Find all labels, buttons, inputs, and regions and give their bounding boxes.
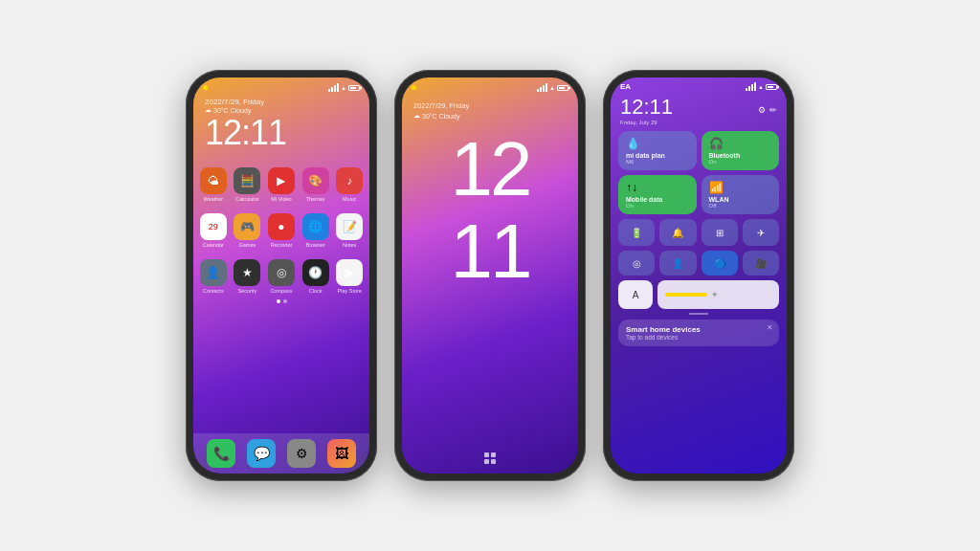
phone1-clock-area: 2022/7/29, Friday ☁ 30°C Cloudy 12:11 [193,94,369,160]
app-security-label: Security [237,288,256,294]
app-weather[interactable]: 🌤 Weather [199,167,228,202]
brightness-slider[interactable]: ✦ [657,280,779,309]
font-size-tile[interactable]: A [618,280,653,309]
app-calc-label: Calculator [235,196,259,202]
tile-bluetooth[interactable]: 🎧 Bluetooth On [702,131,780,170]
dock-photos[interactable]: 🖼 [327,439,356,468]
mobile-data-icon: ↑↓ [626,181,689,194]
app-clock-label: Clock [309,288,323,294]
ctrl-cast[interactable]: ⊞ [702,219,738,246]
phone2-status-right: ▲ [537,83,568,92]
tile-mobile-data[interactable]: ↑↓ Mobile data On [618,175,697,214]
small-controls-row2: ◎ 👤 🔵 🎥 [611,246,787,276]
phone2-weather: ☁ 30°C Cloudy [402,112,578,123]
bar3 [543,85,545,92]
phone2-screen: ▲ 2022/7/29, Friday ☁ 30°C Cloudy 12 11 [402,77,578,474]
app-browser-label: Browser [306,242,325,248]
app-notes[interactable]: 📝 Notes [335,213,364,248]
sun-icon: ✦ [711,290,719,299]
bar1 [328,89,330,92]
phone3-status-bar: EA ▲ [611,77,787,93]
phone2-battery-fill [559,87,565,89]
phone3-screen: EA ▲ 12:1 [611,77,787,474]
app-games[interactable]: 🎮 Games [234,213,262,248]
phone2-signal [537,83,547,92]
phone3-date: Friday, July 29 [620,120,673,125]
dock-settings[interactable]: ⚙ [287,439,316,468]
dock-phone[interactable]: 📞 [207,439,235,468]
app-clock[interactable]: 🕐 Clock [301,259,330,294]
phone3-frame: EA ▲ 12:1 [603,70,794,481]
app-themes-label: Themes [306,196,325,202]
app-recorder[interactable]: ● Recorder [267,213,296,248]
bar3 [334,85,336,92]
edit-icon[interactable]: ✏ [769,105,777,115]
ctrl-user[interactable]: 👤 [659,251,696,276]
app-rec-icon: ● [268,213,295,240]
phone2-big-hour: 12 [402,123,578,206]
tile-mi-data[interactable]: 💧 mi data plan M6 [618,131,697,170]
wlan-icon: 📶 [709,181,772,194]
phone2-bottom-nav[interactable] [484,452,496,464]
app-browser-icon: 🌐 [302,213,329,240]
app-cal-label: Calendar [203,242,224,248]
app-security[interactable]: ★ Security [234,259,262,294]
app-calculator[interactable]: 🧮 Calculator [234,167,262,202]
ctrl-video[interactable]: 🎥 [743,251,779,276]
phone1-screen: ▲ 2022/7/29, Friday ☁ 30°C Cloudy 12:11 [193,77,369,474]
dot-1 [277,299,280,303]
mobile-data-sub: On [626,203,689,209]
bar2 [540,87,542,92]
bar4 [546,83,547,92]
phone3-carrier: EA [620,82,631,91]
app-calendar[interactable]: 29 Calendar [199,213,228,248]
app-themes-icon: 🎨 [302,167,329,194]
app-contacts-icon: 👤 [200,259,227,286]
app-contacts[interactable]: 👤 Contacts [199,259,228,294]
ctrl-airplane[interactable]: ✈ [743,219,779,246]
signal-bars [328,83,339,92]
app-themes[interactable]: 🎨 Themes [301,167,330,202]
tile-wlan[interactable]: 📶 WLAN Off [702,175,780,214]
close-button[interactable]: ✕ [767,323,773,332]
phone1-wrapper: ▲ 2022/7/29, Friday ☁ 30°C Cloudy 12:11 [186,70,377,481]
mobile-data-label: Mobile data [626,196,689,203]
dock-messages[interactable]: 💬 [247,439,276,468]
phone2-wrapper: ▲ 2022/7/29, Friday ☁ 30°C Cloudy 12 11 [394,70,586,481]
app-music[interactable]: ♪ Music [335,167,364,202]
app-compass[interactable]: ◎ Compass [267,259,296,294]
control-tiles: 💧 mi data plan M6 🎧 Bluetooth On ↑↓ Mobi… [611,131,787,214]
battery-tip [360,86,362,89]
app-security-icon: ★ [234,259,260,286]
ctrl-privacy[interactable]: ◎ [618,251,655,276]
bar1 [537,89,539,92]
phone1-apps-row3: 👤 Contacts ★ Security ◎ Compass 🕐 Clock … [193,252,369,294]
smart-home-panel[interactable]: ✕ Smart home devices Tap to add devices [618,320,779,346]
app-playstore[interactable]: ▶ Play Store [335,259,364,294]
bar2 [331,87,333,92]
app-mivideo[interactable]: ▶ Mi Video [267,167,296,202]
grid-dot-4 [491,459,496,464]
status-bar-right: ▲ [328,83,360,92]
grid-nav-icon [484,452,496,464]
phone1-date: 2022/7/29, Friday [205,98,358,106]
app-contacts-label: Contacts [203,288,224,294]
ctrl-screen[interactable]: 🔵 [702,251,738,276]
grid-dot-1 [484,452,489,457]
ctrl-notification[interactable]: 🔔 [659,219,696,246]
settings-icon[interactable]: ⚙ [758,105,766,115]
app-notes-icon: 📝 [336,213,363,240]
mi-data-label: mi data plan [626,152,689,159]
phone1-apps-row1: 🌤 Weather 🧮 Calculator ▶ Mi Video 🎨 Them… [193,160,369,202]
bluetooth-sub: On [709,159,772,165]
app-compass-icon: ◎ [268,259,295,286]
ctrl-battery[interactable]: 🔋 [618,219,655,246]
app-notes-label: Notes [343,242,356,248]
app-music-label: Music [343,196,356,202]
phone3-clock-row: 12:11 Friday, July 29 ⚙ ✏ [611,93,787,131]
brightness-fill [665,293,707,297]
app-store-label: Play Store [338,288,362,294]
app-browser[interactable]: 🌐 Browser [301,213,330,248]
app-compass-label: Compass [270,288,292,294]
phone3-quick-icons: ⚙ ✏ [758,105,777,115]
